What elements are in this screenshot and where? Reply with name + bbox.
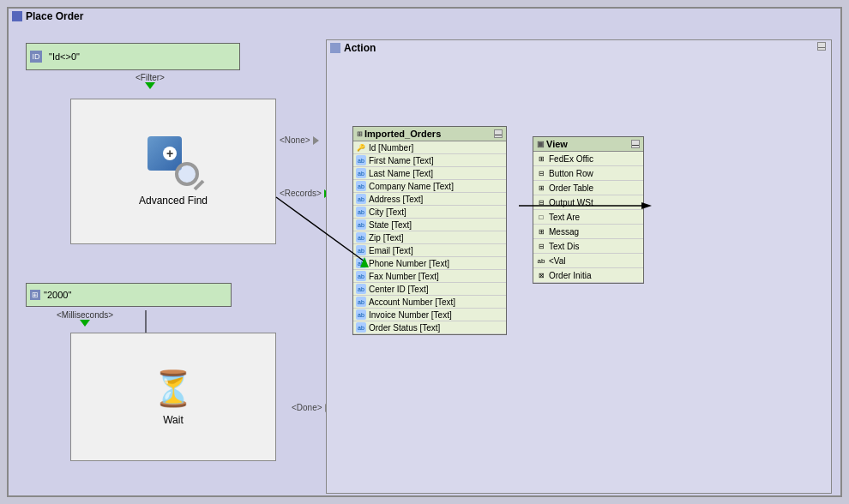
view-item-label: Order Initia: [549, 271, 591, 280]
view-item: ⊞FedEx Offic: [533, 152, 643, 166]
field-name: Address [Text]: [369, 195, 423, 204]
action-panel: Action — ⊞ Imported_Orders — 🔑Id [Number…: [326, 39, 832, 494]
action-minimize-btn[interactable]: —: [817, 42, 826, 51]
action-title: Action: [330, 42, 376, 54]
view-item: ⊞Messag: [533, 225, 643, 239]
table-row: abZip [Text]: [353, 231, 506, 244]
imported-orders-table: ⊞ Imported_Orders — 🔑Id [Number]abFirst …: [352, 126, 507, 335]
field-name: Email [Text]: [369, 246, 413, 255]
view-item-label: Button Row: [549, 169, 593, 178]
field-name: Last Name [Text]: [369, 169, 433, 178]
field-name: City [Text]: [369, 207, 406, 217]
field-icon: ab: [356, 322, 366, 333]
field-name: Account Number [Text]: [369, 297, 455, 307]
done-connector: <Done>: [292, 403, 331, 412]
filter-arrow: [145, 82, 155, 89]
field-name: Invoice Number [Text]: [369, 310, 452, 320]
label-icon: ⊞: [536, 153, 546, 164]
hourglass-icon: ⏳: [152, 369, 195, 409]
table-row: abCenter ID [Text]: [353, 283, 506, 296]
view-items: ⊞FedEx Offic⊟Button Row⊞Order Table⊟Outp…: [533, 152, 643, 283]
output-icon: ⊟: [536, 197, 546, 207]
message-icon: ⊞: [536, 226, 546, 237]
view-item: ab<Val: [533, 254, 643, 268]
imported-orders-rows: 🔑Id [Number]abFirst Name [Text]abLast Na…: [353, 141, 506, 334]
view-item: ⊟Button Row: [533, 166, 643, 181]
field-name: Zip [Text]: [369, 233, 404, 243]
advanced-find-label: Advanced Find: [139, 195, 208, 207]
view-item-label: Output WSt: [549, 198, 593, 207]
table-row: abLast Name [Text]: [353, 167, 506, 180]
view-panel: ▣ View — ⊞FedEx Offic⊟Button Row⊞Order T…: [533, 136, 644, 284]
field-icon: ab: [356, 219, 366, 230]
view-item-label: Order Table: [549, 183, 593, 193]
outer-title: Place Order: [12, 10, 83, 22]
table-row: abCity [Text]: [353, 206, 506, 219]
view-item-label: <Val: [549, 256, 566, 266]
field-icon: ab: [356, 168, 366, 178]
field-icon: ab: [356, 258, 366, 268]
key-icon: 🔑: [356, 142, 366, 153]
table-row: abPhone Number [Text]: [353, 257, 506, 270]
table-row: 🔑Id [Number]: [353, 141, 506, 154]
wait-value-box: ⊞ "2000": [26, 283, 232, 307]
field-icon: ab: [356, 309, 366, 320]
view-item: ⊟Text Dis: [533, 239, 643, 254]
filter-label: <Filter>: [135, 73, 165, 82]
find-magnifier-icon: [175, 162, 199, 186]
view-icon: ▣: [537, 140, 545, 148]
field-name: First Name [Text]: [369, 156, 434, 165]
records-connector: <Records>: [280, 189, 330, 198]
outer-frame: Place Order ID "Id<>0" <Filter> + Advanc…: [7, 7, 842, 497]
milliseconds-connector: <Milliseconds>: [57, 310, 113, 327]
filter-box: ID "Id<>0": [26, 43, 240, 70]
records-label: <Records>: [280, 189, 322, 198]
wait-label: Wait: [163, 414, 184, 426]
table-icon: ⊞: [357, 130, 363, 138]
button-icon: ⊟: [536, 168, 546, 178]
view-minimize-btn[interactable]: —: [631, 140, 640, 148]
table-row: abEmail [Text]: [353, 244, 506, 257]
field-icon: ab: [356, 207, 366, 217]
advanced-find-icon: +: [148, 136, 199, 188]
filter-icon: ID: [30, 51, 42, 63]
wait-value-icon: ⊞: [30, 290, 40, 300]
field-name: Phone Number [Text]: [369, 259, 449, 268]
table-row: abFirst Name [Text]: [353, 154, 506, 167]
table-row: abAccount Number [Text]: [353, 296, 506, 309]
milliseconds-arrow: [80, 320, 90, 327]
table-row: abCompany Name [Text]: [353, 180, 506, 193]
table-row: abState [Text]: [353, 219, 506, 231]
field-icon: ab: [356, 297, 366, 307]
field-name: Fax Number [Text]: [369, 272, 439, 281]
table-row: abFax Number [Text]: [353, 270, 506, 283]
textdisplay-icon: ⊟: [536, 241, 546, 251]
field-icon: ab: [356, 271, 366, 281]
find-plus-icon: +: [163, 147, 177, 160]
table-row: abOrder Status [Text]: [353, 321, 506, 334]
textarea-icon: □: [536, 212, 546, 222]
field-icon: ab: [356, 194, 366, 204]
field-icon: ab: [356, 181, 366, 191]
value-icon: ab: [536, 255, 546, 266]
view-title: ▣ View —: [533, 137, 643, 152]
view-item-label: Text Are: [549, 213, 580, 222]
table-icon: ⊞: [536, 183, 546, 193]
wait-box: ⏳ Wait: [70, 333, 276, 461]
table-title-controls: —: [494, 129, 503, 138]
field-name: Center ID [Text]: [369, 285, 428, 294]
workflow-icon: [12, 11, 22, 21]
view-item: □Text Are: [533, 210, 643, 225]
field-icon: ab: [356, 232, 366, 243]
advanced-find-box: + Advanced Find: [70, 99, 276, 244]
field-name: State [Text]: [369, 220, 412, 230]
table-row: abAddress [Text]: [353, 193, 506, 206]
none-connector: <None>: [280, 135, 319, 145]
none-arrow: [313, 136, 319, 145]
view-item-label: Text Dis: [549, 242, 580, 251]
field-icon: ab: [356, 284, 366, 294]
action-icon: [330, 43, 340, 53]
table-minimize-btn[interactable]: —: [494, 129, 503, 138]
view-item: ⊟Output WSt: [533, 195, 643, 210]
view-item: ⊞Order Table: [533, 181, 643, 195]
